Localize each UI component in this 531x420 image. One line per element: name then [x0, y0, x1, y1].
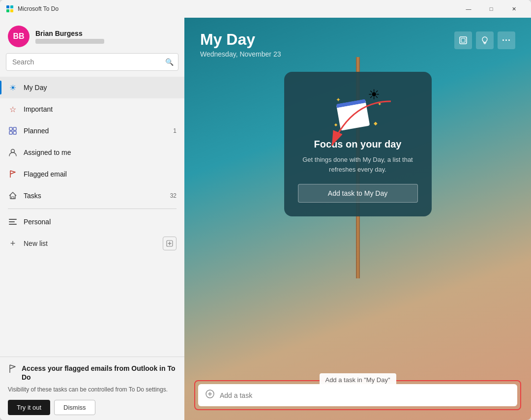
search-icon: 🔍	[165, 58, 174, 66]
banner-title: Access your flagged emails from Outlook …	[22, 364, 177, 382]
more-options-button[interactable]: ···	[498, 31, 515, 49]
sidebar-item-label: Personal	[24, 218, 177, 226]
calendar-illustration: ☀ ✦ ✦ ◆ ◆	[333, 87, 383, 131]
grid-icon	[8, 126, 18, 136]
nav-divider	[8, 209, 177, 209]
svg-rect-14	[461, 38, 465, 42]
window-title: Microsoft To Do	[18, 5, 457, 12]
svg-rect-6	[9, 131, 12, 134]
sidebar-item-flagged-email[interactable]: Flagged email	[0, 163, 184, 185]
user-email	[35, 39, 104, 44]
plus-icon: +	[8, 239, 18, 248]
banner-description: Visibility of these tasks can be control…	[8, 386, 177, 394]
sidebar-item-my-day[interactable]: ☀ My Day	[0, 77, 184, 98]
sparkle-2: ✦	[378, 101, 382, 107]
sparkle-1: ✦	[336, 96, 341, 103]
minimize-button[interactable]: —	[457, 0, 480, 18]
sun-icon: ☀	[8, 83, 18, 92]
try-it-out-button[interactable]: Try it out	[8, 400, 50, 415]
sidebar-item-personal[interactable]: Personal	[0, 211, 184, 233]
app-window: Microsoft To Do — □ ✕ BB Brian Burgess 🔍	[0, 0, 531, 420]
svg-rect-13	[460, 37, 467, 44]
svg-rect-7	[13, 131, 16, 134]
task-input-field[interactable]	[220, 391, 510, 399]
task-input-area: Add a task in "My Day"	[194, 380, 521, 410]
app-icon	[6, 5, 14, 13]
header-title-group: My Day Wednesday, November 23	[200, 31, 281, 58]
sidebar-item-label: Flagged email	[24, 170, 177, 178]
main-content: My Day Wednesday, November 23	[184, 18, 531, 420]
page-title: My Day	[200, 31, 281, 47]
banner-flag-icon	[8, 364, 17, 376]
svg-rect-2	[6, 9, 9, 12]
background-button[interactable]	[454, 31, 472, 49]
star-icon: ☆	[8, 104, 18, 114]
sidebar: BB Brian Burgess 🔍 ☀ My Day	[0, 18, 184, 420]
svg-rect-1	[10, 5, 13, 8]
user-name: Brian Burgess	[35, 30, 177, 37]
sidebar-item-tasks[interactable]: Tasks 32	[0, 185, 184, 207]
user-profile[interactable]: BB Brian Burgess	[0, 18, 184, 53]
nav-list: ☀ My Day ☆ Important	[0, 75, 184, 357]
new-list-label: New list	[24, 240, 157, 247]
flag-icon	[8, 169, 18, 179]
task-hint: Add a task in "My Day"	[319, 373, 396, 387]
header-actions: ···	[454, 31, 515, 49]
search-bar: 🔍	[6, 53, 178, 71]
search-input[interactable]	[6, 53, 178, 71]
focus-title: Focus on your day	[298, 139, 418, 150]
flagged-banner: Access your flagged emails from Outlook …	[0, 357, 184, 420]
close-button[interactable]: ✕	[502, 0, 525, 18]
new-list-add-icon[interactable]	[163, 237, 177, 250]
svg-rect-3	[10, 9, 13, 12]
sidebar-item-label: Planned	[24, 127, 167, 135]
svg-rect-4	[9, 127, 12, 130]
new-list-section[interactable]: + New list	[0, 233, 184, 254]
avatar: BB	[8, 26, 30, 47]
sparkle-4: ◆	[334, 122, 337, 127]
sidebar-item-label: Tasks	[24, 192, 164, 200]
calendar-body	[336, 99, 370, 131]
title-bar: Microsoft To Do — □ ✕	[0, 0, 531, 18]
dismiss-button[interactable]: Dismiss	[54, 400, 95, 415]
focus-description: Get things done with My Day, a list that…	[298, 155, 418, 174]
sidebar-item-assigned[interactable]: Assigned to me	[0, 142, 184, 163]
person-icon	[8, 148, 18, 157]
focus-card-image: ☀ ✦ ✦ ◆ ◆	[333, 87, 383, 131]
sidebar-item-label: Important	[24, 105, 177, 113]
home-icon	[8, 191, 18, 201]
sun-illustration: ☀	[368, 87, 380, 103]
svg-rect-5	[13, 127, 16, 130]
sidebar-item-label: My Day	[24, 84, 177, 91]
tasks-badge: 32	[170, 192, 177, 199]
banner-header: Access your flagged emails from Outlook …	[8, 364, 177, 382]
task-input-row	[198, 384, 517, 406]
sparkle-3: ◆	[374, 120, 378, 126]
user-info: Brian Burgess	[35, 30, 177, 44]
svg-rect-0	[6, 5, 9, 8]
main-header: My Day Wednesday, November 23	[184, 18, 531, 58]
add-task-to-my-day-button[interactable]: Add task to My Day	[298, 184, 418, 203]
sidebar-item-label: Assigned to me	[24, 149, 177, 156]
window-controls: — □ ✕	[457, 0, 525, 18]
planned-badge: 1	[173, 127, 177, 134]
add-task-icon	[205, 389, 215, 401]
sidebar-item-planned[interactable]: Planned 1	[0, 120, 184, 142]
sidebar-item-important[interactable]: ☆ Important	[0, 98, 184, 120]
page-date: Wednesday, November 23	[200, 50, 281, 58]
suggestions-button[interactable]	[476, 31, 494, 49]
list-lines-icon	[8, 217, 18, 227]
app-body: BB Brian Burgess 🔍 ☀ My Day	[0, 18, 531, 420]
maximize-button[interactable]: □	[480, 0, 502, 18]
banner-actions: Try it out Dismiss	[8, 400, 177, 415]
focus-card: ☀ ✦ ✦ ◆ ◆ Focus on your day Get things d…	[284, 72, 432, 216]
